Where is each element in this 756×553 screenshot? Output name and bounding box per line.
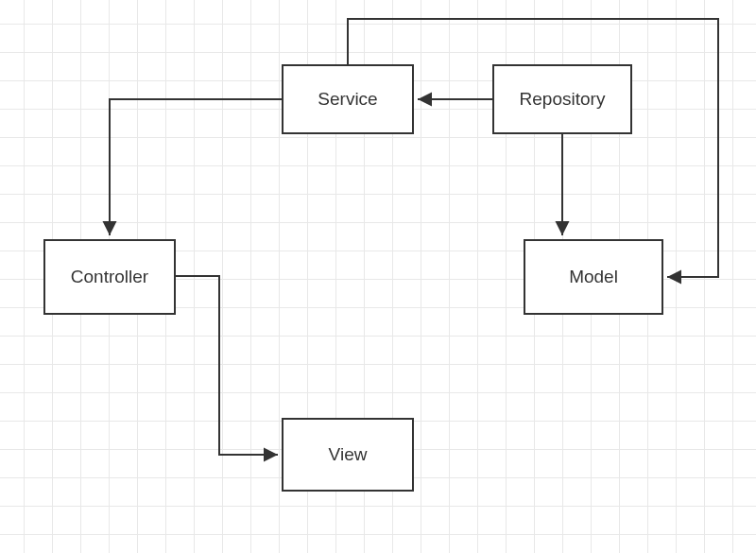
node-repository[interactable]: Repository xyxy=(492,64,632,134)
edge-service-to-controller xyxy=(110,99,282,235)
node-view[interactable]: View xyxy=(282,418,414,492)
node-label: Repository xyxy=(520,89,606,110)
edge-controller-to-view xyxy=(176,276,278,455)
node-label: View xyxy=(329,444,368,465)
node-service[interactable]: Service xyxy=(282,64,414,134)
node-label: Model xyxy=(569,267,618,287)
node-label: Service xyxy=(318,89,377,110)
node-model[interactable]: Model xyxy=(524,239,663,315)
node-controller[interactable]: Controller xyxy=(43,239,176,315)
node-label: Controller xyxy=(71,267,148,287)
